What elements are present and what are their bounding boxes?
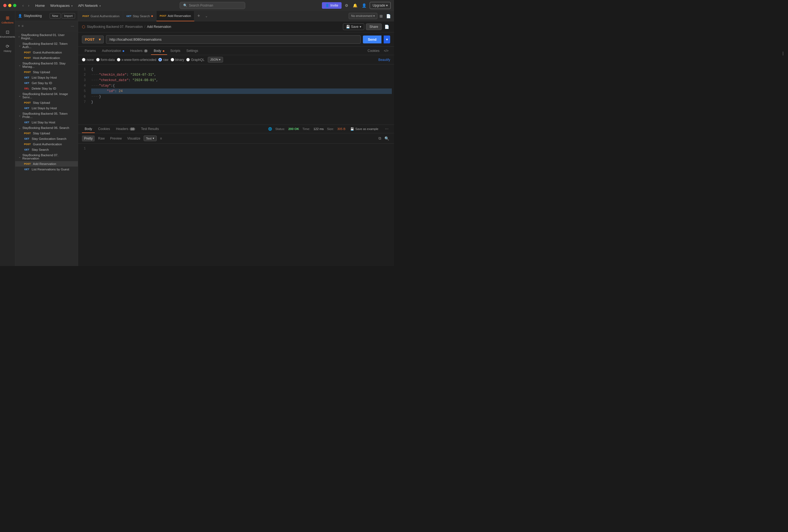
search-response-icon[interactable]: 🔍 — [383, 135, 390, 142]
collection-item-4[interactable]: ⌄ StayBooking Backend 04. Image Servi... — [15, 91, 78, 100]
code-editor[interactable]: 1 2 3 4 5 6 7 { ····"checkin_date": "202… — [78, 64, 394, 124]
more-options-icon[interactable]: ··· — [70, 23, 75, 29]
tab-body[interactable]: Body — [151, 47, 167, 55]
save-example-button[interactable]: 💾 Save as example — [349, 126, 380, 132]
method-badge-post: POST — [23, 132, 32, 135]
option-graphql[interactable]: GraphQL — [186, 58, 204, 62]
sidebar-item-environments[interactable]: ⊡ Environments — [1, 27, 14, 40]
response-time: 122 ms — [313, 127, 324, 131]
list-item[interactable]: POST Guest Authentication — [15, 141, 78, 147]
list-item[interactable]: POST Stay Upload — [15, 100, 78, 105]
list-item[interactable]: GET List Stay by Host — [15, 120, 78, 125]
collection-item-2[interactable]: ⌄ StayBooking Backend 02. Token Auth... — [15, 41, 78, 50]
close-button[interactable] — [3, 4, 6, 7]
option-raw[interactable]: raw — [158, 58, 168, 62]
invite-icon: 👤 — [325, 3, 329, 7]
tab-overflow-button[interactable]: ⌄ — [203, 14, 210, 18]
sidebar-item-history[interactable]: ⟳ History — [1, 41, 14, 55]
list-item[interactable]: POST Guest Authentication — [15, 50, 78, 55]
back-button[interactable]: ‹ — [21, 3, 25, 8]
import-button[interactable]: Import — [62, 13, 75, 19]
api-network-link[interactable]: API Network ▾ — [76, 2, 103, 9]
url-input[interactable] — [106, 35, 361, 44]
app-body: ⊞ Collections ⊡ Environments ⟳ History 👤… — [0, 11, 394, 266]
format-pretty-button[interactable]: Pretty — [82, 135, 95, 141]
tab-guest-auth[interactable]: POST Guest Authentication — [79, 11, 123, 21]
tab-params[interactable]: Params — [82, 47, 99, 55]
text-format-selector[interactable]: Text ▾ — [144, 135, 157, 141]
share-button[interactable]: Share — [366, 23, 382, 30]
copy-icon-button[interactable]: ⧉ — [377, 135, 382, 142]
filter-icon[interactable]: ≡ — [22, 24, 23, 28]
settings-icon-button[interactable]: ⚙ — [344, 2, 350, 9]
environment-selector[interactable]: No environment ▾ — [349, 13, 377, 19]
nav-arrows: ‹ › — [21, 3, 31, 8]
cookies-button[interactable]: Cookies — [366, 48, 381, 54]
request-docs-icon[interactable]: 📄 — [383, 23, 390, 30]
list-item[interactable]: GET List Stays by Host — [15, 105, 78, 111]
more-options-button[interactable]: ··· — [383, 126, 390, 131]
list-item[interactable]: GET Get Stay by ID — [15, 80, 78, 86]
resp-tab-headers[interactable]: Headers 10 — [113, 125, 138, 133]
collection-item-5[interactable]: ⌄ StayBooking Backend 05. Token Prote... — [15, 111, 78, 120]
add-collection-icon[interactable]: + — [18, 24, 20, 28]
tab-headers[interactable]: Headers 9 — [127, 47, 151, 55]
format-preview-button[interactable]: Preview — [108, 135, 124, 141]
format-selector[interactable]: JSON ▾ — [208, 57, 223, 62]
collection-item-7[interactable]: ⌄ StayBooking Backend 07. Reservation — [15, 152, 78, 161]
filter-icon-button[interactable]: ≡ — [158, 135, 164, 141]
send-dropdown-button[interactable]: ▾ — [383, 36, 390, 43]
upgrade-button[interactable]: Upgrade ▾ — [370, 2, 391, 9]
minimize-button[interactable] — [8, 4, 12, 7]
req-tabs-right: Cookies </> — [366, 48, 390, 54]
collection-item-3[interactable]: ⌄ StayBooking Backend 03. Stay Manag... — [15, 61, 78, 70]
send-button[interactable]: Send — [363, 36, 381, 43]
list-item[interactable]: POST Host Authentication — [15, 55, 78, 61]
forward-button[interactable]: › — [26, 3, 31, 8]
home-link[interactable]: Home — [33, 2, 47, 9]
resp-tab-test-results[interactable]: Test Results — [138, 125, 162, 133]
beautify-button[interactable]: Beautify — [378, 58, 390, 62]
method-badge-get: GET — [23, 148, 31, 151]
list-item[interactable]: DEL Delete Stay by ID — [15, 86, 78, 91]
option-urlencoded[interactable]: x-www-form-urlencoded — [117, 58, 156, 62]
tab-add-reservation[interactable]: POST Add Reservation — [156, 11, 195, 21]
list-item[interactable]: GET List Stays by Host — [15, 75, 78, 80]
titlebar: ‹ › Home Workspaces ▾ API Network ▾ 🔍 Se… — [0, 0, 394, 11]
list-item-active[interactable]: POST Add Reservation — [15, 161, 78, 166]
resp-tab-body[interactable]: Body — [82, 125, 95, 133]
list-item[interactable]: POST Stay Upload — [15, 70, 78, 75]
option-none[interactable]: none — [82, 58, 94, 62]
tab-authorization[interactable]: Authorization — [99, 47, 127, 55]
resp-tab-cookies[interactable]: Cookies — [95, 125, 113, 133]
save-button[interactable]: 💾 Save ▾ — [343, 23, 364, 30]
layout-icon-button[interactable]: ⊞ — [378, 13, 384, 19]
tab-scripts[interactable]: Scripts — [168, 47, 183, 55]
notifications-icon-button[interactable]: 🔔 — [352, 2, 358, 9]
list-item[interactable]: GET List Reservations by Guest — [15, 166, 78, 172]
collection-item-6[interactable]: ⌄ StayBooking Backend 06. Search — [15, 125, 78, 131]
format-raw-button[interactable]: Raw — [96, 135, 107, 141]
list-item[interactable]: GET Stay Geolocation Search — [15, 136, 78, 141]
method-selector[interactable]: POST ▾ — [82, 36, 104, 43]
new-button[interactable]: New — [50, 13, 61, 19]
docs-icon-button[interactable]: 📄 — [385, 13, 392, 19]
avatar-button[interactable]: 👤 — [361, 2, 368, 9]
code-snippet-icon[interactable]: </> — [382, 48, 390, 54]
option-form-data[interactable]: form-data — [96, 58, 115, 62]
collection-item-1[interactable]: › StayBooking Backend 01. User Regist... — [15, 32, 78, 41]
new-tab-button[interactable]: + — [194, 11, 203, 21]
list-item[interactable]: GET Stay Search — [15, 147, 78, 152]
tab-settings[interactable]: Settings — [183, 47, 201, 55]
sidebar-item-collections[interactable]: ⊞ Collections — [1, 13, 14, 26]
format-visualize-button[interactable]: Visualize — [125, 135, 142, 141]
list-item[interactable]: POST Stay Upload — [15, 131, 78, 136]
option-binary[interactable]: binary — [171, 58, 184, 62]
invite-button[interactable]: 👤 Invite — [322, 2, 341, 9]
workspaces-link[interactable]: Workspaces ▾ — [48, 2, 75, 9]
resp-line-1 — [91, 146, 392, 151]
tab-stay-search[interactable]: GET Stay Search — [123, 11, 156, 21]
search-box[interactable]: 🔍 Search Postman — [180, 2, 245, 9]
maximize-button[interactable] — [13, 4, 16, 7]
breadcrumb-collection-link[interactable]: StayBooking Backend 07. Reservation — [87, 25, 143, 29]
